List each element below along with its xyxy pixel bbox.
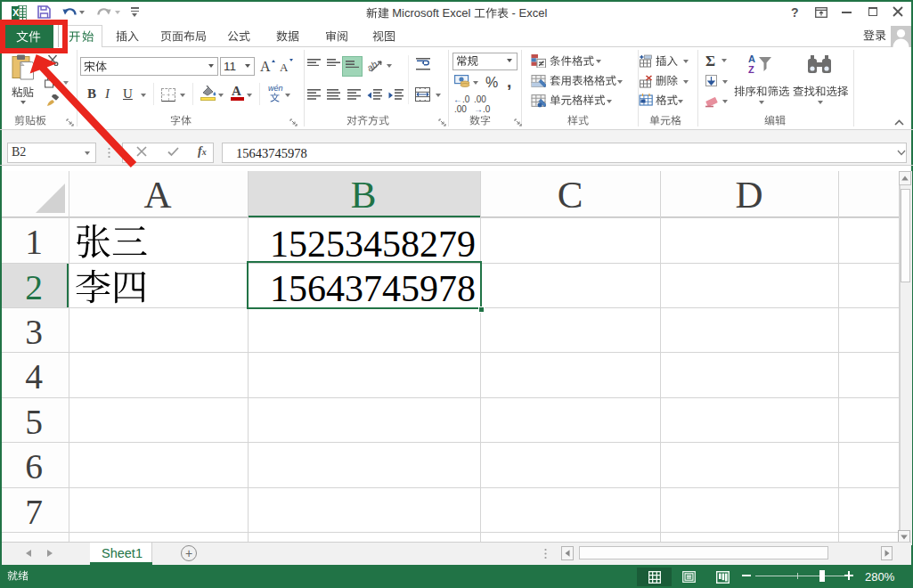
svg-text:Z: Z <box>748 64 754 75</box>
svg-text:A: A <box>748 53 755 64</box>
